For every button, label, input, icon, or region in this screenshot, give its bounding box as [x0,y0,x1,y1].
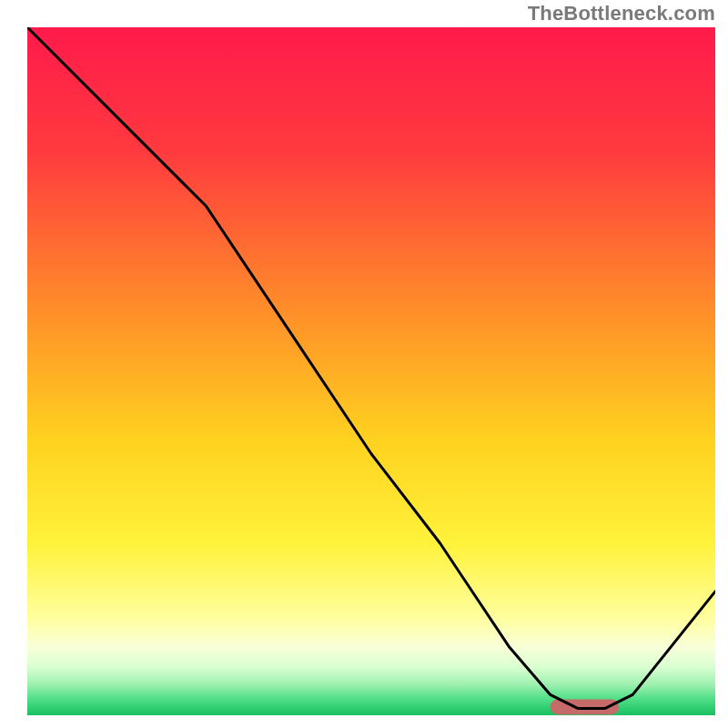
plot-area [27,27,715,715]
chart-container: TheBottleneck.com [0,0,728,728]
chart-svg [27,27,715,715]
watermark-text: TheBottleneck.com [528,2,715,25]
